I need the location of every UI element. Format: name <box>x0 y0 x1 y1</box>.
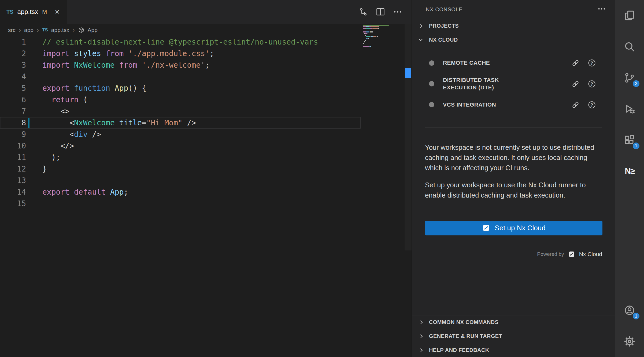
section-label: NX CLOUD <box>429 37 458 43</box>
activity-bar: 2 1 N≥ 1 <box>615 0 644 357</box>
section-projects[interactable]: PROJECTS <box>412 19 615 33</box>
code-line[interactable]: 1// eslint-disable-next-line @typescript… <box>0 36 361 48</box>
line-number: 9 <box>0 129 26 140</box>
link-icon[interactable] <box>571 101 580 109</box>
breadcrumb-file[interactable]: app.tsx <box>51 27 69 33</box>
git-modified-badge: M <box>42 8 47 15</box>
editor-scrollbar[interactable] <box>405 24 412 250</box>
chevron-right-icon <box>419 320 423 324</box>
code-text: export function App() { <box>26 82 146 94</box>
chevron-right-icon <box>419 24 423 28</box>
setup-button-label: Set up Nx Cloud <box>495 224 545 232</box>
svg-text:?: ? <box>591 61 593 65</box>
section-generate-run-target[interactable]: GENERATE & RUN TARGET <box>412 329 615 343</box>
cloud-item-label: DISTRIBUTED TASK EXECUTION (DTE) <box>443 76 531 92</box>
code-text <box>26 71 42 82</box>
link-icon[interactable] <box>571 80 580 88</box>
breadcrumb-app[interactable]: app <box>24 27 34 33</box>
line-number: 8 <box>0 117 26 129</box>
code-text: // eslint-disable-next-line @typescript-… <box>26 36 318 48</box>
panel-title: NX CONSOLE <box>426 6 462 13</box>
activity-nx-console[interactable]: N≥ <box>615 156 644 187</box>
code-line[interactable]: 12} <box>0 163 361 175</box>
extensions-badge: 1 <box>632 142 640 150</box>
svg-text:?: ? <box>591 102 593 107</box>
breadcrumb-separator: › <box>73 26 75 34</box>
setup-hint-text: Set up your workspace to use the Nx Clou… <box>425 180 602 200</box>
code-line[interactable]: 15 <box>0 198 361 209</box>
panel-header: NX CONSOLE <box>412 0 615 19</box>
cloud-item-remote-cache[interactable]: REMOTE CACHE ? <box>412 54 615 72</box>
question-icon[interactable]: ? <box>588 59 596 67</box>
cloud-item-vcs[interactable]: VCS INTEGRATION ? <box>412 96 615 114</box>
vscode-window: TS app.tsx M × src › app <box>0 0 644 357</box>
code-text <box>26 198 42 209</box>
code-line[interactable]: 14export default App; <box>0 186 361 198</box>
code-text: </> <box>26 140 74 152</box>
cloud-item-dte[interactable]: DISTRIBUTED TASK EXECUTION (DTE) ? <box>412 72 615 96</box>
code-line[interactable]: 3import NxWelcome from './nx-welcome'; <box>0 59 361 71</box>
close-icon[interactable]: × <box>55 8 60 16</box>
svg-text:?: ? <box>591 82 593 86</box>
code-line[interactable]: 6 return ( <box>0 94 361 105</box>
nx-cloud-section-body: REMOTE CACHE ? DISTRIBUTED TASK EXECUTIO… <box>412 47 615 315</box>
activity-search[interactable] <box>615 31 644 62</box>
code-line[interactable]: 2import styles from './app.module.css'; <box>0 48 361 59</box>
cloud-item-label: VCS INTEGRATION <box>443 101 496 108</box>
tab-app-tsx[interactable]: TS app.tsx M × <box>0 0 67 24</box>
run-debug-icon <box>624 103 635 115</box>
code-line[interactable]: 5export function App() { <box>0 82 361 94</box>
account-badge: 1 <box>632 312 640 320</box>
section-help-and-feedback[interactable]: HELP AND FEEDBACK <box>412 343 615 357</box>
question-icon[interactable]: ? <box>588 80 596 88</box>
code-line[interactable]: 11 ); <box>0 152 361 163</box>
code-editor[interactable]: 1// eslint-disable-next-line @typescript… <box>0 36 412 357</box>
divider <box>425 128 602 128</box>
symbol-cube-icon <box>78 27 84 33</box>
question-icon[interactable]: ? <box>588 101 596 109</box>
section-nx-cloud[interactable]: NX CLOUD <box>412 33 615 47</box>
activity-source-control[interactable]: 2 <box>615 62 644 93</box>
activity-account[interactable]: 1 <box>615 295 644 326</box>
typescript-file-icon: TS <box>42 27 48 33</box>
code-text <box>26 175 42 186</box>
code-lines: 1// eslint-disable-next-line @typescript… <box>0 36 412 209</box>
breadcrumb-src[interactable]: src <box>8 27 16 33</box>
nx-cloud-logo-icon <box>482 224 490 232</box>
typescript-file-icon: TS <box>6 9 13 15</box>
more-actions-icon[interactable] <box>393 7 402 17</box>
nx-console-panel: NX CONSOLE PROJECTS NX CLOUD REMOTE CACH… <box>412 0 615 357</box>
status-dot <box>429 102 434 107</box>
activity-extensions[interactable]: 1 <box>615 125 644 156</box>
nx-cloud-logo-icon <box>568 250 575 258</box>
setup-nx-cloud-button[interactable]: Set up Nx Cloud <box>425 221 602 235</box>
split-editor-icon[interactable] <box>376 7 385 17</box>
line-number: 10 <box>0 140 26 152</box>
activity-explorer[interactable] <box>615 0 644 31</box>
code-text: export default App; <box>26 186 128 198</box>
line-number: 2 <box>0 48 26 59</box>
code-line[interactable]: 13 <box>0 175 361 186</box>
activity-run-debug[interactable] <box>615 93 644 125</box>
panel-more-actions[interactable] <box>597 4 606 14</box>
status-dot <box>429 81 434 86</box>
breadcrumb-symbol-app[interactable]: App <box>88 27 98 33</box>
open-changes-icon[interactable] <box>358 7 368 17</box>
code-text: <div /> <box>26 129 101 140</box>
more-actions-icon[interactable] <box>597 4 606 13</box>
code-text: ); <box>26 152 60 163</box>
code-line[interactable]: 9 <div /> <box>0 129 361 140</box>
minimap[interactable] <box>363 25 404 50</box>
code-text: <NxWelcome title="Hi Mom" /> <box>26 117 196 129</box>
section-common-nx-commands[interactable]: COMMON NX COMMANDS <box>412 315 615 329</box>
code-line[interactable]: 8 <NxWelcome title="Hi Mom" /> <box>0 117 361 129</box>
code-text: <> <box>26 105 69 117</box>
section-label: HELP AND FEEDBACK <box>429 347 489 353</box>
overview-ruler-decoration <box>405 68 411 78</box>
code-line[interactable]: 4 <box>0 71 361 82</box>
link-icon[interactable] <box>571 59 580 67</box>
line-number: 12 <box>0 163 26 175</box>
code-line[interactable]: 7 <> <box>0 105 361 117</box>
activity-settings[interactable] <box>615 326 644 357</box>
code-line[interactable]: 10 </> <box>0 140 361 152</box>
